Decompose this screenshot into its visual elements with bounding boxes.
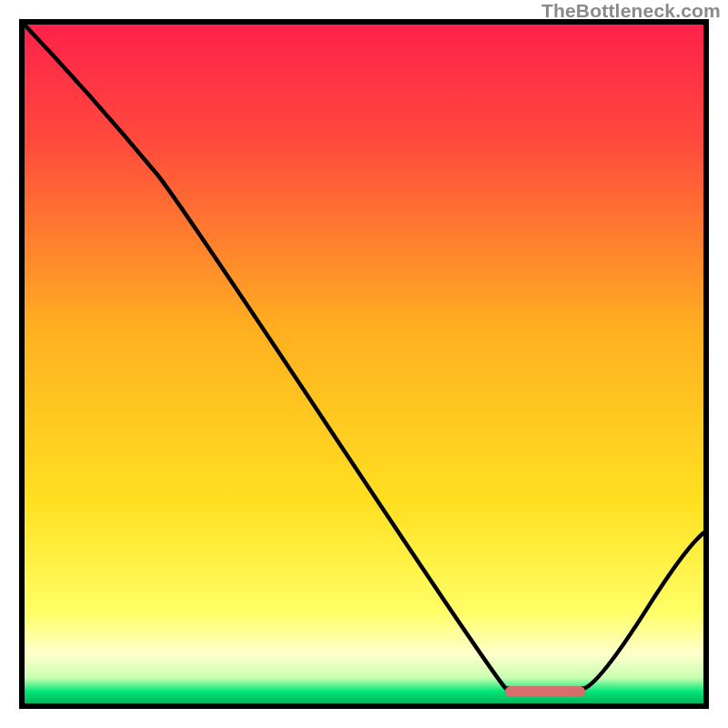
plot-area xyxy=(19,19,709,709)
chart-frame: TheBottleneck.com xyxy=(0,0,728,728)
bottleneck-curve xyxy=(19,19,709,709)
